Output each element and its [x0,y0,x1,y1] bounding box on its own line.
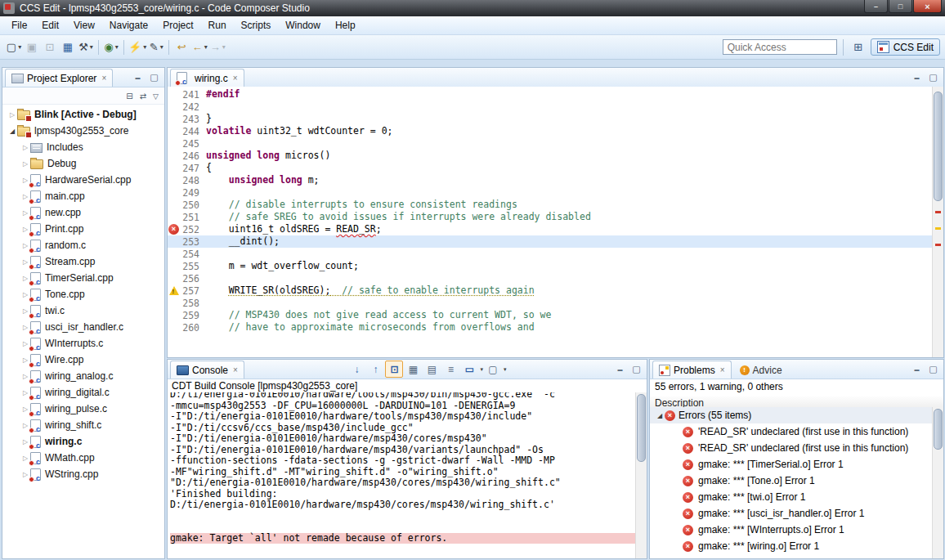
pin-console-icon[interactable]: ▤ [423,361,441,378]
tree-item[interactable]: ◢lpmsp430g2553_core [2,123,164,139]
menu-window[interactable]: Window [278,17,328,34]
code-line[interactable]: 259 // MSP430 does not give read access … [168,309,933,321]
tree-item[interactable]: ▷random.c [2,237,164,253]
edit-button[interactable]: ✎▾ [148,38,164,56]
problem-row[interactable]: 'READ_SR' undeclared (first use in this … [650,423,933,440]
tree-item[interactable]: ▷wiring_pulse.c [2,401,164,417]
tree-item[interactable]: ▷wiring_digital.c [2,384,164,401]
code-line[interactable]: 257 WRITE_SR(oldSREG); // safe to enable… [168,284,933,297]
code-line[interactable]: 245 [168,137,933,150]
open-perspective-icon[interactable] [849,38,867,56]
error-overview-mark[interactable] [935,244,941,246]
collapse-all-icon[interactable] [126,92,132,101]
code-line[interactable]: 247{ [168,162,933,174]
menu-navigate[interactable]: Navigate [102,17,155,34]
maximize-view-icon[interactable] [630,364,643,374]
expand-arrow-icon[interactable]: ▷ [20,144,30,151]
tree-item[interactable]: ▷WString.cpp [2,466,164,482]
last-edit-location-button[interactable]: ↩ [173,38,190,56]
maximize-view-icon[interactable] [148,72,160,83]
code-editor[interactable]: 241#endif242243}244volatile uint32_t wdt… [168,87,933,357]
menu-file[interactable]: File [4,17,34,34]
warning-overview-mark[interactable] [935,227,941,230]
tree-item[interactable]: ▷Stream.cpp [2,253,164,270]
minimize-icon[interactable] [864,0,888,13]
tree-item[interactable]: ▷Debug [2,155,164,172]
problem-row[interactable]: gmake: *** [wiring.o] Error 1 [650,538,933,554]
close-icon[interactable] [913,0,942,13]
menu-view[interactable]: View [66,17,102,34]
code-line[interactable]: 258 [168,297,933,309]
titlebar[interactable]: CCS Edit - lpmsp430g2553_core/wiring.c -… [0,0,945,16]
new-file-button[interactable]: ▢▾ [6,38,22,56]
tree-item[interactable]: ▷Print.cpp [2,221,164,237]
open-console-icon[interactable]: ▭ [460,361,478,378]
collapse-arrow-icon[interactable]: ◢ [7,128,17,135]
menu-project[interactable]: Project [155,17,200,34]
maximize-view-icon[interactable] [927,364,939,374]
minimize-view-icon[interactable] [911,72,923,83]
collapse-arrow-icon[interactable]: ◢ [655,412,665,419]
minimize-view-icon[interactable] [132,72,144,83]
code-line[interactable]: 246unsigned long micros() [168,150,933,162]
problem-row[interactable]: gmake: *** [TimerSerial.o] Error 1 [650,456,933,473]
tree-item[interactable]: ▷usci_isr_handler.c [2,319,164,335]
code-line[interactable]: 254 [168,248,933,260]
minimize-view-icon[interactable] [614,364,626,374]
tree-item[interactable]: ▷wiring.c [2,433,164,450]
editor-scrollbar[interactable] [932,87,943,357]
display-selected-console-icon[interactable]: ▢ [484,361,502,378]
tab-console[interactable]: Console [170,361,244,379]
code-line[interactable]: 250 // disable interrupts to ensure cons… [168,199,933,211]
tree-item[interactable]: ▷Includes [2,139,164,155]
debug-button[interactable]: ◉▾ [103,38,119,56]
tab-wiring-c[interactable]: wiring.c [170,69,244,87]
menu-run[interactable]: Run [201,17,234,34]
tab-project-explorer[interactable]: Project Explorer [5,69,113,87]
console-scrollbar[interactable] [635,392,647,558]
code-line[interactable]: 244volatile uint32_t wdtCounter = 0; [168,125,933,137]
close-icon[interactable] [233,365,238,374]
tree-item[interactable]: ▷Tone.cpp [2,286,164,302]
code-line[interactable]: 251 // safe SREG to avoid issues if inte… [168,211,933,223]
problem-group-row[interactable]: ◢ Errors (55 items) [650,407,933,423]
link-with-editor-icon[interactable] [140,92,146,101]
menu-scripts[interactable]: Scripts [234,17,279,34]
problems-scrollbar[interactable] [932,407,943,558]
tree-item[interactable]: ▷wiring_analog.c [2,368,164,384]
code-line[interactable]: 243} [168,113,933,125]
tree-item[interactable]: ▷new.cpp [2,204,164,221]
close-icon[interactable] [233,74,238,83]
tree-item[interactable]: ▷main.cpp [2,188,164,204]
problem-row[interactable]: gmake: *** [twi.o] Error 1 [650,489,933,505]
maximize-icon[interactable] [889,0,912,13]
code-line[interactable]: 260 // have to approximate microseconds … [168,321,933,334]
code-line[interactable]: 249 [168,186,933,199]
ccs-edit-perspective-button[interactable]: CCS Edit [871,38,940,56]
tree-item[interactable]: ▷TimerSerial.cpp [2,270,164,286]
quick-access-input[interactable] [723,39,837,55]
code-line[interactable]: 255 m = wdt_overflow_count; [168,260,933,272]
scroll-to-bottom-icon[interactable]: ↓ [347,361,365,378]
tab-problems[interactable]: Problems [652,361,732,379]
scroll-to-top-icon[interactable]: ↑ [366,361,384,378]
problem-row[interactable]: 'READ_SR' undeclared (first use in this … [650,440,933,456]
code-line[interactable]: 252 uint16_t oldSREG = READ_SR; [168,223,933,235]
code-line[interactable]: 253 __dint(); [168,235,933,248]
maximize-view-icon[interactable] [927,72,939,83]
target-configuration-button[interactable]: ▦ [60,38,76,56]
tree-item[interactable]: ▷twi.c [2,302,164,319]
code-line[interactable]: 241#endif [168,88,933,101]
word-wrap-icon[interactable]: ≡ [441,361,459,378]
minimize-view-icon[interactable] [911,364,923,374]
error-overview-mark[interactable] [935,211,941,213]
problem-row[interactable]: gmake: *** [usci_isr_handler.o] Error 1 [650,505,933,522]
build-button[interactable]: ⚒▾ [78,38,94,56]
problem-row[interactable]: gmake: *** [Tone.o] Error 1 [650,473,933,489]
tree-item[interactable]: ▷HardwareSerial.cpp [2,172,164,188]
clear-console-icon[interactable]: ▦ [404,361,422,378]
expand-arrow-icon[interactable]: ▷ [7,111,17,119]
tree-item[interactable]: ▷wiring_shift.c [2,417,164,433]
tree-item[interactable]: ▷WInterrupts.c [2,335,164,352]
flash-button[interactable]: ⚡▾ [128,38,146,56]
